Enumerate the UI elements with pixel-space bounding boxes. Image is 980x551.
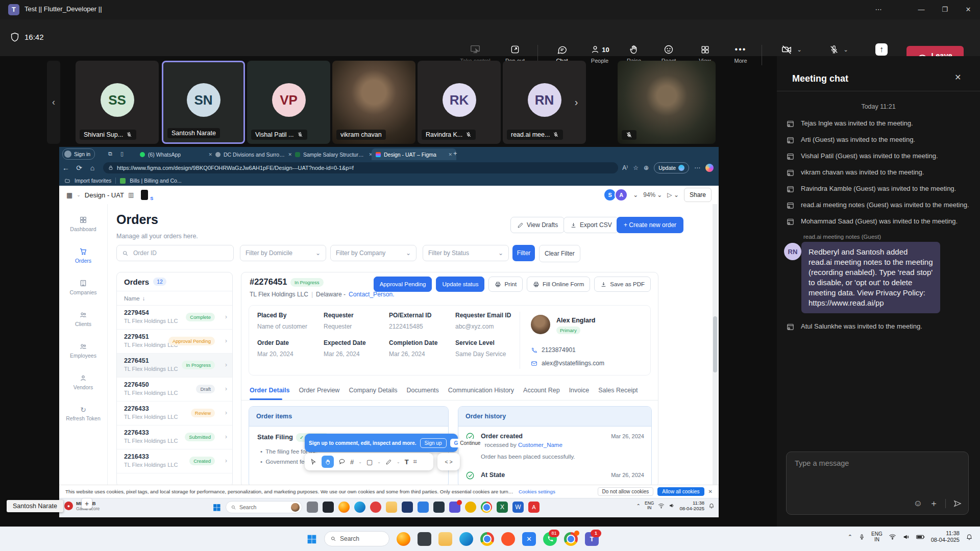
cookie-close-icon[interactable]: ✕	[708, 489, 713, 494]
shape-tool-icon[interactable]: ▢	[366, 458, 373, 466]
start-icon[interactable]	[212, 503, 221, 512]
google-continue-button[interactable]: GContinue	[450, 439, 485, 447]
cursor-tool-icon[interactable]	[310, 458, 317, 465]
dev-mode-toggle[interactable]: < >	[437, 453, 460, 470]
tiles-scroll-right[interactable]: ›	[571, 92, 582, 112]
url-field[interactable]: https://www.figma.com/design/9BKQ0FOHRWa…	[103, 162, 618, 173]
browser-signin-button[interactable]: Sign in	[62, 148, 95, 160]
outlook-icon[interactable]	[418, 502, 429, 513]
start-button[interactable]	[306, 534, 317, 544]
sidebar-item-clients[interactable]: Clients	[61, 309, 105, 329]
resources-tool-icon[interactable]: ⌗	[413, 458, 417, 466]
participant-tile-video[interactable]	[618, 61, 716, 144]
back-icon[interactable]: ←	[59, 164, 72, 172]
page-scrollbar-thumb[interactable]	[713, 316, 717, 372]
save-as-pdf-button[interactable]: Save as PDF	[594, 277, 651, 292]
bookmark-item[interactable]: Bills | Billing and Co...	[130, 178, 181, 184]
participant-tile-active-speaker[interactable]: SN Santosh Narate	[162, 61, 245, 144]
order-row-selected[interactable]: 2276451TL Flex Holdings LLCIn Progress›	[117, 354, 232, 378]
order-row[interactable]: 2276433TL Flex Holdings LLCReview›	[117, 402, 232, 425]
cookie-settings-link[interactable]: Cookies settings	[519, 489, 555, 494]
update-status-button[interactable]: Update status	[436, 277, 484, 292]
firefox-icon[interactable]	[397, 532, 410, 546]
emoji-icon[interactable]: ☺	[914, 498, 922, 509]
order-id-search[interactable]	[116, 245, 234, 261]
sidebar-item-refresh-token[interactable]: ↻Refresh Token	[61, 404, 105, 423]
participant-tile-video[interactable]: vikram chavan	[332, 61, 415, 144]
battery-icon[interactable]	[916, 534, 925, 540]
order-row[interactable]: 2279454TL Flex Holdings LLCComplete›	[117, 306, 232, 330]
file-explorer-icon[interactable]	[438, 532, 452, 546]
present-button[interactable]: ▷ ⌄	[667, 191, 679, 198]
sidebar-item-companies[interactable]: Companies	[61, 278, 105, 297]
camera-chevron-icon[interactable]: ⌄	[797, 46, 801, 53]
people-button[interactable]: 10 People	[581, 43, 618, 71]
sidebar-item-dashboard[interactable]: Dashboard	[61, 214, 105, 234]
language-indicator[interactable]: ENGIN	[645, 501, 654, 510]
contact-person-link[interactable]: Contact_Person.	[349, 291, 394, 298]
frame-tool-icon[interactable]: #	[350, 458, 354, 466]
app-icon[interactable]	[323, 502, 334, 513]
chat-close-icon[interactable]: ✕	[954, 72, 961, 82]
chat-message[interactable]: RN Redberyl and Santosh added read.ai me…	[777, 241, 980, 318]
read-aloud-icon[interactable]: A⁾	[622, 164, 628, 171]
approval-pending-button[interactable]: Approval Pending	[374, 277, 432, 292]
hand-tool-icon[interactable]	[322, 456, 334, 468]
volume-icon[interactable]	[669, 503, 675, 509]
collaborator-avatar[interactable]: A	[615, 188, 628, 202]
opera-icon[interactable]	[370, 502, 381, 513]
tab-order-details[interactable]: Order Details	[250, 387, 290, 394]
sidebar-item-vendors[interactable]: Vendors	[61, 372, 105, 392]
figma-doc-title[interactable]: Design - UAT	[85, 191, 124, 199]
vertical-tabs-icon[interactable]: ▯	[120, 151, 124, 157]
brave-icon[interactable]	[501, 532, 515, 546]
chat-message-list[interactable]: Today 11:21 Tejas Ingle was invited to t…	[777, 100, 980, 457]
wifi-icon[interactable]	[658, 503, 665, 509]
whatsapp-icon[interactable]: 81	[543, 532, 557, 546]
tab-company-details[interactable]: Company Details	[349, 387, 397, 394]
tab-account-rep[interactable]: Account Rep	[523, 387, 560, 394]
edge-icon[interactable]	[354, 502, 365, 513]
browser-menu-icon[interactable]: ⋯	[694, 164, 700, 171]
contact-email[interactable]: alex@vstatefilings.com	[531, 360, 604, 367]
copilot-icon[interactable]	[705, 164, 714, 172]
clear-filter-button[interactable]: Clear Filter	[539, 245, 580, 262]
acrobat-icon[interactable]: A	[528, 502, 540, 513]
figma-share-button[interactable]: Share	[684, 188, 712, 202]
browser-tab[interactable]: (6) WhatsApp ✕	[136, 148, 216, 160]
deny-cookies-button[interactable]: Do not allow cookies	[598, 487, 654, 496]
zoom-level[interactable]: 94% ⌄	[643, 191, 662, 198]
order-id-input[interactable]	[132, 249, 211, 257]
sidebar-item-orders[interactable]: Orders	[61, 246, 105, 265]
layout-panel-icon[interactable]: ▥	[128, 191, 134, 198]
teams-icon[interactable]	[449, 502, 460, 513]
chat-text-input[interactable]	[794, 458, 959, 491]
extensions-icon[interactable]: ⊕	[644, 164, 649, 171]
avatars-chevron-icon[interactable]: ⌄	[633, 191, 638, 198]
app-icon[interactable]	[433, 502, 445, 513]
attach-plus-icon[interactable]: ＋	[929, 497, 938, 509]
sidebar-item-employees[interactable]: Employees	[61, 341, 105, 360]
chat-input-box[interactable]: ☺ ＋	[786, 452, 969, 515]
close-button[interactable]: ✕	[957, 0, 980, 19]
app-icon[interactable]	[402, 502, 413, 513]
firefox-icon[interactable]	[338, 502, 350, 513]
browser-tab-active[interactable]: Design - UAT – Figma ✕	[372, 148, 456, 160]
refresh-icon[interactable]: ⟳	[72, 164, 86, 172]
participant-tile[interactable]: RK Ravindra K...	[418, 61, 501, 144]
mic-chevron-icon[interactable]: ⌄	[843, 46, 848, 53]
app-icon-x[interactable]: ✕	[522, 532, 536, 546]
file-explorer-icon[interactable]	[386, 502, 397, 513]
customer-name-link[interactable]: Customer_Name	[518, 442, 562, 448]
home-icon[interactable]: ⌂	[86, 164, 99, 172]
tab-sales-receipt[interactable]: Sales Receipt	[598, 387, 638, 394]
order-row[interactable]: 2279451TL Flex Holdings LLCApproval Pend…	[117, 330, 232, 354]
window-more-icon[interactable]: ⋯	[867, 0, 890, 19]
volume-icon[interactable]	[902, 534, 910, 540]
order-row[interactable]: 2216433TL Flex Holdings LLCCreated›	[117, 449, 232, 473]
sort-down-icon[interactable]: ↓	[142, 295, 145, 302]
name-column-header[interactable]: Name	[124, 295, 140, 302]
bookmark-item[interactable]: Import favorites	[75, 178, 111, 184]
notification-bell-icon[interactable]	[708, 503, 715, 509]
figma-menu-chevron-icon[interactable]: ⌄	[77, 192, 81, 197]
